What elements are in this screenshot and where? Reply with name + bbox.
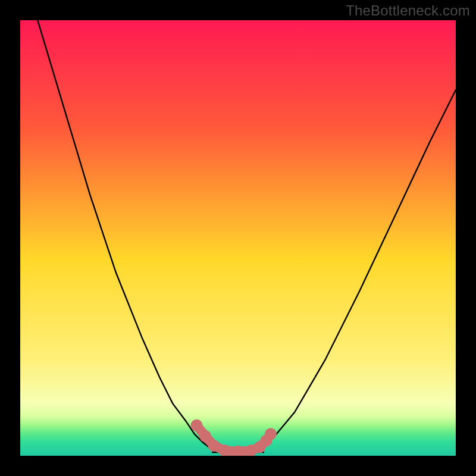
left-curve: [37, 20, 220, 452]
marker-dot: [265, 428, 277, 440]
marker-dot: [208, 440, 220, 452]
chart-area: [20, 20, 456, 456]
marker-dot: [199, 430, 211, 442]
marker-dot: [190, 419, 202, 431]
outer-frame: TheBottleneck.com: [0, 0, 476, 476]
watermark-text: TheBottleneck.com: [346, 2, 470, 19]
chart-svg: [20, 20, 456, 456]
marker-group: [190, 419, 276, 456]
right-curve: [255, 90, 456, 452]
curve-group: [37, 20, 456, 452]
